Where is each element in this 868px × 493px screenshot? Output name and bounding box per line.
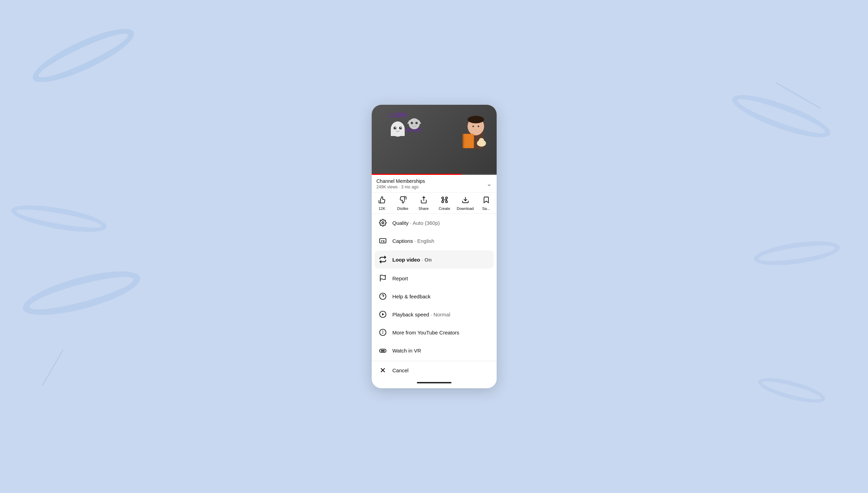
bottom-handle [372, 379, 497, 388]
quality-label: Quality [393, 220, 409, 226]
svg-rect-15 [463, 134, 474, 148]
video-progress-fill [372, 174, 462, 175]
create-button[interactable]: Create [434, 195, 455, 212]
channel-title: Channel Memberships [377, 178, 425, 184]
video-progress-bar[interactable] [372, 174, 497, 175]
vr-icon [379, 346, 387, 355]
quality-value: · Auto (360p) [408, 220, 440, 226]
captions-menu-item[interactable]: Captions · English [372, 232, 497, 250]
svg-point-6 [400, 127, 401, 128]
svg-point-5 [395, 127, 396, 128]
thumbnail-art: LURK HYPE [372, 105, 497, 175]
svg-point-28 [382, 222, 384, 224]
channel-info-text: Channel Memberships 249K views · 3 mo ag… [377, 178, 425, 189]
dislike-icon [399, 196, 407, 205]
cc-icon [379, 237, 387, 245]
action-bar: 12K Dislike Share [372, 193, 497, 214]
captions-text: Captions · English [393, 238, 435, 244]
share-label: Share [419, 206, 429, 211]
like-count: 12K [379, 206, 386, 211]
cancel-icon [379, 366, 387, 374]
phone-frame: LURK HYPE [372, 105, 497, 388]
quality-text: Quality · Auto (360p) [393, 220, 440, 226]
cancel-menu-item[interactable]: Cancel [372, 361, 497, 379]
flag-icon [379, 274, 387, 282]
like-button[interactable]: 12K [372, 195, 393, 212]
help-menu-item[interactable]: Help & feedback [372, 287, 497, 305]
context-menu: Quality · Auto (360p) Captions · English [372, 214, 497, 388]
like-icon [378, 196, 386, 205]
playback-speed-menu-item[interactable]: Playback speed · Normal [372, 305, 497, 323]
vr-menu-item[interactable]: Watch in VR [372, 341, 497, 359]
info-icon [379, 328, 387, 337]
channel-meta: 249K views · 3 mo ago [377, 185, 425, 189]
video-thumbnail[interactable]: LURK HYPE [372, 105, 497, 175]
loop-label: Loop video [393, 257, 420, 263]
svg-point-18 [479, 138, 484, 143]
playback-text: Playback speed · Normal [393, 312, 450, 317]
small-cat-sticker [406, 115, 422, 131]
channel-info-bar: Channel Memberships 249K views · 3 mo ag… [372, 175, 497, 193]
svg-point-39 [381, 350, 382, 351]
loop-icon [379, 255, 387, 264]
playback-value: · Normal [429, 312, 450, 317]
handle-bar [417, 382, 452, 383]
share-icon [420, 196, 428, 205]
svg-point-26 [441, 201, 444, 203]
playback-label: Playback speed [393, 312, 429, 317]
ghost-cat-sticker [387, 120, 408, 139]
svg-point-10 [411, 122, 413, 124]
report-menu-item[interactable]: Report [372, 269, 497, 287]
svg-point-20 [478, 126, 479, 127]
loop-menu-item[interactable]: Loop video · On [374, 250, 494, 269]
gear-icon [379, 219, 387, 227]
svg-point-40 [383, 350, 384, 351]
character-sticker [460, 108, 491, 153]
more-from-text: More from YouTube Creators [393, 330, 460, 335]
share-button[interactable]: Share [413, 195, 434, 212]
lurk-text: LURK [389, 112, 408, 119]
dislike-label: Dislike [397, 206, 408, 211]
speed-icon [379, 310, 387, 318]
download-label: Download [457, 206, 474, 211]
help-text: Help & feedback [393, 294, 431, 299]
svg-marker-34 [382, 313, 384, 315]
more-from-menu-item[interactable]: More from YouTube Creators [372, 323, 497, 341]
vr-text: Watch in VR [393, 348, 421, 354]
svg-point-22 [445, 197, 447, 199]
report-text: Report [393, 275, 408, 281]
svg-point-27 [445, 201, 447, 203]
svg-point-21 [441, 197, 444, 199]
quality-menu-item[interactable]: Quality · Auto (360p) [372, 214, 497, 232]
help-icon [379, 292, 387, 300]
svg-rect-29 [379, 239, 386, 243]
svg-point-14 [467, 116, 484, 124]
loop-value: · On [420, 257, 432, 263]
create-label: Create [439, 206, 450, 211]
download-button[interactable]: Download [455, 195, 476, 212]
save-icon [482, 196, 490, 205]
chevron-down-icon[interactable]: ⌄ [487, 180, 492, 188]
svg-rect-16 [463, 134, 464, 148]
create-icon [441, 196, 448, 205]
captions-value: · English [413, 238, 435, 244]
captions-label: Captions [393, 238, 413, 244]
loop-text: Loop video · On [393, 257, 432, 263]
svg-point-11 [415, 122, 418, 124]
download-icon [462, 196, 469, 205]
dislike-button[interactable]: Dislike [393, 195, 413, 212]
save-button[interactable]: Sa... [476, 195, 497, 212]
svg-point-19 [472, 126, 474, 127]
save-label: Sa... [482, 206, 490, 211]
cancel-text: Cancel [393, 367, 409, 373]
